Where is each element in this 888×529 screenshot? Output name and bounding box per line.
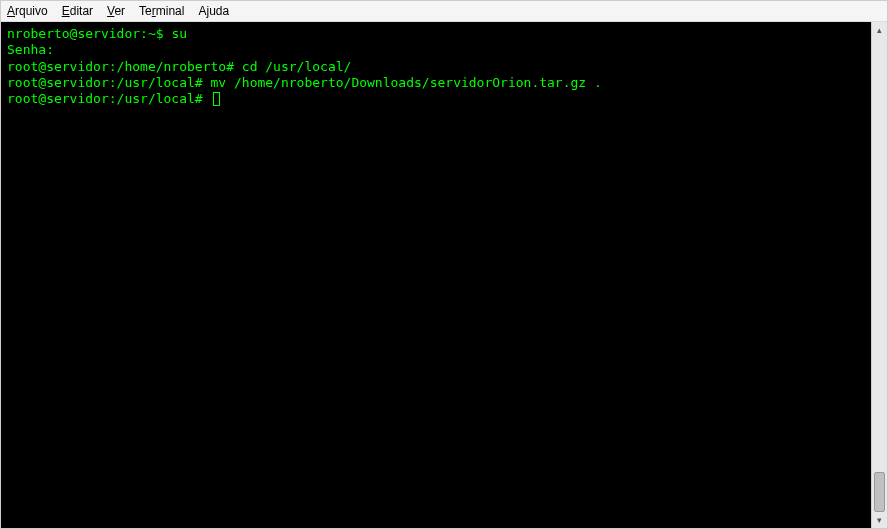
- prompt: root@servidor:/usr/local#: [7, 75, 211, 90]
- terminal-wrapper: nroberto@servidor:~$ suSenha:root@servid…: [1, 22, 887, 528]
- menu-label: rquivo: [15, 4, 48, 18]
- menu-hotkey: A: [7, 4, 15, 18]
- prompt: Senha:: [7, 42, 54, 57]
- menubar: Arquivo Editar Ver Terminal Ajuda: [1, 1, 887, 22]
- menu-arquivo[interactable]: Arquivo: [7, 4, 48, 18]
- cursor-icon: [213, 92, 220, 106]
- menu-label: er: [114, 4, 125, 18]
- terminal-line: root@servidor:/usr/local#: [7, 91, 865, 107]
- prompt: nroberto@servidor:~$: [7, 26, 171, 41]
- terminal-line: root@servidor:/home/nroberto# cd /usr/lo…: [7, 59, 865, 75]
- prompt: root@servidor:/usr/local#: [7, 91, 211, 106]
- scroll-track[interactable]: [872, 36, 887, 514]
- scrollbar[interactable]: ▴ ▾: [871, 22, 887, 528]
- menu-label-post: minal: [156, 4, 185, 18]
- command: mv /home/nroberto/Downloads/servidorOrio…: [211, 75, 602, 90]
- menu-editar[interactable]: Editar: [62, 4, 93, 18]
- command: cd /usr/local/: [242, 59, 352, 74]
- menu-label-post: uda: [209, 4, 229, 18]
- command: su: [171, 26, 187, 41]
- scroll-up-icon[interactable]: ▴: [874, 24, 886, 36]
- menu-terminal[interactable]: Terminal: [139, 4, 184, 18]
- menu-label: ditar: [70, 4, 93, 18]
- menu-hotkey: E: [62, 4, 70, 18]
- prompt: root@servidor:/home/nroberto#: [7, 59, 242, 74]
- terminal-line: Senha:: [7, 42, 865, 58]
- scroll-down-icon[interactable]: ▾: [874, 514, 886, 526]
- scroll-thumb[interactable]: [874, 472, 885, 512]
- terminal[interactable]: nroberto@servidor:~$ suSenha:root@servid…: [1, 22, 871, 528]
- terminal-line: root@servidor:/usr/local# mv /home/nrobe…: [7, 75, 865, 91]
- menu-label-pre: Te: [139, 4, 152, 18]
- menu-ver[interactable]: Ver: [107, 4, 125, 18]
- terminal-line: nroberto@servidor:~$ su: [7, 26, 865, 42]
- menu-ajuda[interactable]: Ajuda: [198, 4, 229, 18]
